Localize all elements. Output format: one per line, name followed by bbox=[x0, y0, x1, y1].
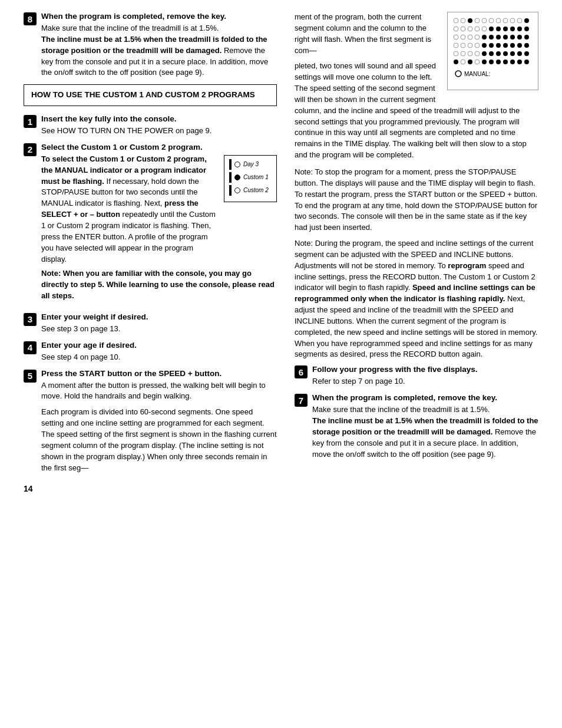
svg-point-59 bbox=[482, 60, 487, 64]
svg-point-37 bbox=[482, 43, 487, 48]
svg-point-32 bbox=[524, 35, 529, 39]
step1-body: See HOW TO TURN ON THE POWER on page 9. bbox=[41, 126, 277, 137]
step5-block: 5 Press the START button or the SPEED + … bbox=[24, 369, 277, 479]
svg-point-29 bbox=[503, 35, 508, 39]
svg-point-48 bbox=[482, 51, 487, 56]
prog-circle-day3 bbox=[234, 162, 240, 167]
step1-number: 1 bbox=[24, 115, 37, 128]
step2-note-bold: Note: When you are familiar with the con… bbox=[41, 269, 275, 300]
svg-point-0 bbox=[454, 18, 458, 23]
svg-point-26 bbox=[482, 35, 487, 39]
step2-content: Select the Custom 1 or Custom 2 program.… bbox=[41, 143, 277, 307]
svg-point-43 bbox=[524, 43, 529, 48]
svg-point-36 bbox=[475, 43, 480, 48]
prog-label-custom2: Custom 2 bbox=[243, 186, 269, 195]
prog-row-day3: Day 3 bbox=[229, 159, 272, 170]
step2-text: To select the Custom 1 or Custom 2 progr… bbox=[41, 154, 218, 265]
svg-point-18 bbox=[503, 27, 508, 31]
svg-point-17 bbox=[496, 27, 501, 31]
step5-number: 5 bbox=[24, 370, 37, 383]
svg-point-24 bbox=[468, 35, 472, 39]
step1-content: Insert the key fully into the console. S… bbox=[41, 114, 277, 137]
svg-point-54 bbox=[524, 51, 529, 56]
svg-point-50 bbox=[496, 51, 501, 56]
right-note2: Note: During the program, the speed and … bbox=[295, 238, 538, 360]
left-column: 8 When the program is completed, remove … bbox=[24, 12, 277, 493]
svg-point-1 bbox=[461, 18, 465, 23]
prog-bar-custom1 bbox=[229, 172, 232, 183]
step3-content: Enter your weight if desired. See step 3… bbox=[41, 312, 277, 335]
svg-point-65 bbox=[524, 60, 529, 64]
step7-content: When the program is completed, remove th… bbox=[312, 393, 538, 460]
svg-point-64 bbox=[517, 60, 522, 64]
step5-para2: Each program is divided into 60-second s… bbox=[41, 407, 277, 473]
step8-top-normal: Make sure that the incline of the treadm… bbox=[41, 24, 219, 32]
svg-point-40 bbox=[503, 43, 508, 48]
svg-point-16 bbox=[489, 27, 494, 31]
step4-number: 4 bbox=[24, 341, 37, 354]
svg-point-53 bbox=[517, 51, 522, 56]
right-note2-normal3: Next, adjust the speed and incline of th… bbox=[295, 294, 537, 358]
right-column: MANUAL: ment of the program, both the cu… bbox=[295, 12, 538, 493]
step6-body: Refer to step 7 on page 10. bbox=[312, 376, 538, 387]
svg-point-33 bbox=[454, 43, 458, 48]
step2-block: 2 Select the Custom 1 or Custom 2 progra… bbox=[24, 143, 277, 307]
step1-block: 1 Insert the key fully into the console.… bbox=[24, 114, 277, 137]
step6-header: Follow your progress with the five displ… bbox=[312, 365, 538, 374]
svg-text:MANUAL:: MANUAL: bbox=[464, 71, 490, 77]
svg-point-35 bbox=[468, 43, 472, 48]
dot-matrix-svg: MANUAL: bbox=[450, 15, 535, 85]
svg-point-10 bbox=[524, 18, 529, 23]
step7-block: 7 When the program is completed, remove … bbox=[295, 393, 538, 460]
step3-number: 3 bbox=[24, 313, 37, 326]
svg-point-51 bbox=[503, 51, 508, 56]
step7-body: Make sure that the incline of the treadm… bbox=[312, 404, 538, 460]
prog-bar-custom2 bbox=[229, 185, 232, 196]
step4-block: 4 Enter your age if desired. See step 4 … bbox=[24, 341, 277, 363]
step6-number: 6 bbox=[295, 365, 308, 378]
step2-body: To select the Custom 1 or Custom 2 progr… bbox=[41, 154, 277, 302]
prog-row-custom2: Custom 2 bbox=[229, 185, 272, 196]
svg-point-55 bbox=[454, 60, 458, 64]
svg-point-47 bbox=[475, 51, 480, 56]
step4-content: Enter your age if desired. See step 4 on… bbox=[41, 341, 277, 363]
page-layout: 8 When the program is completed, remove … bbox=[24, 12, 538, 493]
right-note2-bold1: reprogram bbox=[448, 261, 486, 270]
svg-point-23 bbox=[461, 35, 465, 39]
step3-body: See step 3 on page 13. bbox=[41, 324, 277, 335]
svg-point-11 bbox=[454, 27, 458, 31]
step8-top-number: 8 bbox=[24, 12, 37, 25]
step1-header: Insert the key fully into the console. bbox=[41, 114, 277, 123]
svg-point-28 bbox=[496, 35, 501, 39]
svg-point-27 bbox=[489, 35, 494, 39]
svg-point-13 bbox=[468, 27, 472, 31]
step2-inner: To select the Custom 1 or Custom 2 progr… bbox=[41, 154, 277, 265]
program-display: Day 3 Custom 1 Custom 2 bbox=[224, 155, 277, 202]
svg-point-4 bbox=[482, 18, 487, 23]
svg-point-60 bbox=[489, 60, 494, 64]
right-note1: Note: To stop the program for a moment, … bbox=[295, 167, 538, 233]
svg-point-12 bbox=[461, 27, 465, 31]
svg-point-56 bbox=[461, 60, 465, 64]
svg-point-6 bbox=[496, 18, 501, 23]
step8-top-block: 8 When the program is completed, remove … bbox=[24, 12, 277, 78]
svg-point-34 bbox=[461, 43, 465, 48]
svg-point-63 bbox=[510, 60, 515, 64]
step2-note: Note: When you are familiar with the con… bbox=[41, 268, 277, 302]
section-title: HOW TO USE THE CUSTOM 1 AND CUSTOM 2 PRO… bbox=[31, 90, 269, 101]
step2-number: 2 bbox=[24, 143, 37, 156]
svg-point-21 bbox=[524, 27, 529, 31]
svg-point-15 bbox=[482, 27, 487, 31]
svg-point-30 bbox=[510, 35, 515, 39]
prog-circle-custom2 bbox=[234, 187, 240, 193]
svg-point-49 bbox=[489, 51, 494, 56]
section-box: HOW TO USE THE CUSTOM 1 AND CUSTOM 2 PRO… bbox=[24, 84, 277, 106]
svg-point-45 bbox=[461, 51, 465, 56]
step7-number: 7 bbox=[295, 394, 308, 407]
dot-matrix-wrap: MANUAL: bbox=[447, 12, 538, 90]
svg-point-61 bbox=[496, 60, 501, 64]
svg-point-2 bbox=[468, 18, 472, 23]
svg-point-19 bbox=[510, 27, 515, 31]
svg-point-14 bbox=[475, 27, 480, 31]
step3-header: Enter your weight if desired. bbox=[41, 312, 277, 321]
